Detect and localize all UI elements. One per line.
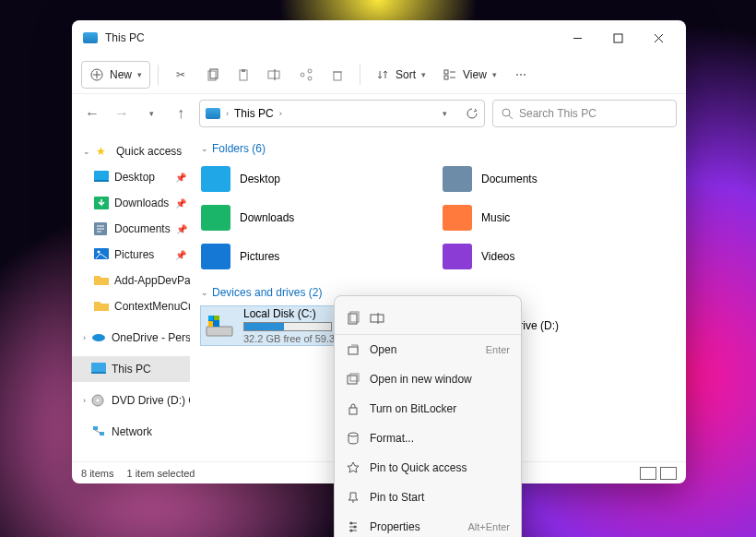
status-selected: 1 item selected xyxy=(126,468,195,479)
svg-rect-26 xyxy=(94,171,109,180)
copy-icon[interactable] xyxy=(346,311,360,326)
svg-rect-46 xyxy=(214,316,219,320)
refresh-button[interactable] xyxy=(466,107,478,120)
svg-rect-47 xyxy=(208,321,213,327)
sidebar-onedrive[interactable]: ›OneDrive - Personal xyxy=(72,325,190,351)
breadcrumb[interactable]: › This PC › ▾ xyxy=(199,100,485,127)
folder-icon xyxy=(94,300,109,313)
sidebar: ⌄ ★ Quick access Desktop📌 Downloads📌 Doc… xyxy=(72,133,190,461)
pin-icon: 📌 xyxy=(175,250,186,260)
sort-icon xyxy=(375,67,390,82)
minimize-button[interactable] xyxy=(557,24,597,52)
sidebar-item-folder[interactable]: ContextMenuCustomizations xyxy=(72,293,190,319)
cm-format[interactable]: Format... xyxy=(335,424,521,453)
folder-desktop[interactable]: Desktop xyxy=(201,162,433,196)
forward-button[interactable]: → xyxy=(111,102,133,125)
svg-rect-27 xyxy=(94,180,109,182)
chevron-right-icon: › xyxy=(279,109,282,118)
svg-point-39 xyxy=(97,400,100,402)
back-button[interactable]: ← xyxy=(81,102,103,125)
star-icon: ★ xyxy=(96,145,111,158)
sort-button[interactable]: Sort ▾ xyxy=(368,61,433,89)
folder-downloads[interactable]: Downloads xyxy=(201,201,433,234)
up-button[interactable]: ↑ xyxy=(170,102,192,125)
pin-icon: 📌 xyxy=(176,224,187,234)
desktop-icon xyxy=(94,171,109,184)
svg-rect-53 xyxy=(371,315,384,322)
new-window-icon xyxy=(346,372,360,387)
sidebar-item-documents[interactable]: Documents📌 xyxy=(72,216,190,242)
sidebar-item-label: Desktop xyxy=(114,171,155,184)
close-button[interactable] xyxy=(638,24,679,52)
cm-label: Open xyxy=(370,343,396,356)
svg-rect-1 xyxy=(614,34,622,42)
folder-pictures[interactable]: Pictures xyxy=(201,240,433,273)
svg-rect-57 xyxy=(350,374,359,381)
view-button[interactable]: View ▾ xyxy=(435,61,504,89)
breadcrumb-segment[interactable]: This PC xyxy=(234,107,274,120)
sidebar-this-pc[interactable]: ›This PC xyxy=(72,356,190,382)
copy-icon xyxy=(205,67,219,82)
folder-label: Documents xyxy=(481,173,537,185)
sidebar-item-folder[interactable]: Add-AppDevPackages xyxy=(72,268,190,293)
sidebar-item-label: Add-AppDevPackages xyxy=(114,274,190,287)
documents-icon xyxy=(94,222,109,235)
properties-icon xyxy=(346,519,360,534)
chevron-right-icon: › xyxy=(83,396,86,405)
separator xyxy=(158,65,159,85)
sidebar-item-label: Downloads xyxy=(114,197,169,209)
cm-open-new-window[interactable]: Open in new window xyxy=(335,364,521,394)
window-title: This PC xyxy=(105,31,557,44)
sidebar-quick-access[interactable]: ⌄ ★ Quick access xyxy=(72,138,190,164)
sidebar-dvd[interactable]: ›DVD Drive (D:) CCCOMA_X64FRE_EN-US_DV9 xyxy=(72,388,190,413)
share-button[interactable] xyxy=(291,61,321,89)
svg-point-13 xyxy=(308,69,312,73)
svg-point-15 xyxy=(308,77,312,80)
maximize-button[interactable] xyxy=(597,24,638,52)
cm-pin-quick[interactable]: Pin to Quick access xyxy=(335,453,521,483)
chevron-right-icon: › xyxy=(226,109,229,118)
folder-label: Downloads xyxy=(240,211,294,224)
view-large-button[interactable] xyxy=(660,467,677,480)
folder-music[interactable]: Music xyxy=(443,201,675,234)
new-button[interactable]: New ▾ xyxy=(81,61,150,89)
sidebar-item-pictures[interactable]: Pictures📌 xyxy=(72,242,190,268)
share-icon xyxy=(299,67,313,82)
titlebar[interactable]: This PC xyxy=(72,20,686,55)
paste-button[interactable] xyxy=(229,61,258,89)
rename-icon[interactable] xyxy=(370,311,384,326)
sidebar-item-downloads[interactable]: Downloads📌 xyxy=(72,190,190,216)
cm-pin-start[interactable]: Pin to Start xyxy=(335,483,521,512)
more-button[interactable]: ⋯ xyxy=(506,61,536,89)
folders-header[interactable]: ⌄Folders (6) xyxy=(201,138,675,159)
sidebar-network[interactable]: ›Network xyxy=(72,419,190,445)
svg-rect-10 xyxy=(242,69,245,72)
cm-bitlocker[interactable]: Turn on BitLocker xyxy=(335,394,521,424)
delete-button[interactable] xyxy=(323,61,352,89)
search-icon xyxy=(501,107,514,120)
copy-button[interactable] xyxy=(197,61,227,89)
delete-icon xyxy=(330,67,345,82)
svg-rect-40 xyxy=(93,426,98,430)
chevron-down-icon[interactable]: ▾ xyxy=(443,109,447,118)
cut-button[interactable]: ✂ xyxy=(166,61,195,89)
cm-shortcut: Alt+Enter xyxy=(467,521,510,532)
cm-properties[interactable]: PropertiesAlt+Enter xyxy=(335,512,521,537)
cm-open[interactable]: OpenEnter xyxy=(335,335,521,364)
svg-rect-37 xyxy=(91,372,106,374)
nav-row: ← → ▾ ↑ › This PC › ▾ Search This PC xyxy=(72,94,686,133)
sidebar-item-desktop[interactable]: Desktop📌 xyxy=(72,164,190,190)
view-details-button[interactable] xyxy=(640,467,656,480)
rename-button[interactable] xyxy=(260,61,289,89)
cm-label: Open in new window xyxy=(370,373,472,386)
new-label: New xyxy=(110,68,132,81)
chevron-right-icon: › xyxy=(83,333,86,342)
folder-documents[interactable]: Documents xyxy=(443,162,675,196)
recent-dropdown[interactable]: ▾ xyxy=(140,102,162,125)
status-item-count: 8 items xyxy=(81,468,113,479)
sidebar-item-label: Pictures xyxy=(114,248,154,261)
open-icon xyxy=(346,342,360,357)
cm-label: Properties xyxy=(370,520,420,533)
folder-videos[interactable]: Videos xyxy=(443,240,675,273)
search-input[interactable]: Search This PC xyxy=(492,100,677,127)
